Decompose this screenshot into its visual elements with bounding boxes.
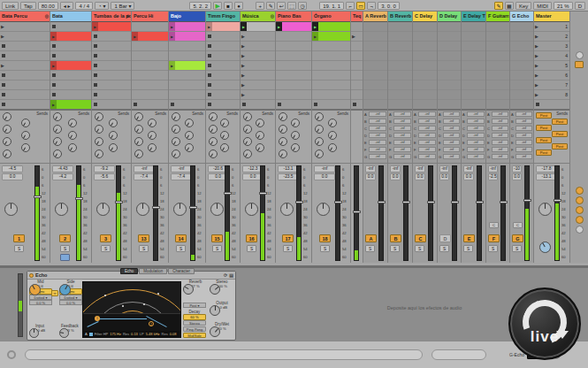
clip-slot[interactable]: [92, 71, 131, 80]
key-map-button[interactable]: Key: [515, 2, 531, 10]
peak-level-field[interactable]: -inf: [463, 165, 474, 172]
clip-slot[interactable]: [276, 32, 311, 42]
send-a-knob[interactable]: [279, 112, 287, 121]
arm-button[interactable]: [60, 254, 70, 261]
echo-mode-ping-pong[interactable]: Ping Pong: [183, 326, 206, 332]
clip-slot[interactable]: ▶: [241, 51, 275, 61]
solo-button[interactable]: S: [320, 245, 330, 252]
tab-echo[interactable]: Echo: [120, 268, 138, 274]
clip-launch-button[interactable]: ▶: [312, 32, 318, 41]
clip-stop-row-slot[interactable]: [363, 100, 387, 111]
link-button[interactable]: Link: [2, 2, 19, 10]
clip-stop-button[interactable]: [208, 93, 211, 96]
peak-level-field[interactable]: -inf: [134, 165, 155, 172]
clip-slot[interactable]: [413, 71, 437, 80]
track-header[interactable]: Tumbas de la po⊗: [92, 12, 131, 22]
clip-stop-button[interactable]: [52, 93, 56, 96]
clip-stop-row-slot[interactable]: [462, 100, 485, 111]
clip-slot[interactable]: [0, 51, 50, 61]
clip-slot[interactable]: [0, 90, 50, 100]
scene-slot[interactable]: ▶6: [534, 71, 569, 80]
send-value-field[interactable]: -inf: [418, 147, 436, 152]
send-value-field[interactable]: -inf: [418, 133, 436, 138]
clip-slot[interactable]: [206, 61, 240, 71]
send-f-knob[interactable]: [68, 143, 77, 152]
clip-slot[interactable]: [50, 80, 91, 90]
clip-slot[interactable]: [510, 51, 533, 61]
track-activator-button[interactable]: G: [512, 234, 523, 242]
nudge-buttons[interactable]: ◂ ▸: [60, 2, 74, 10]
volume-fader-lane[interactable]: [477, 165, 482, 261]
track-header[interactable]: Piano Bas: [276, 12, 311, 22]
send-d-knob[interactable]: [256, 131, 264, 140]
track-header[interactable]: Percu Hi: [132, 12, 168, 22]
track-header[interactable]: Timm Fingo: [206, 12, 240, 22]
clip-slot[interactable]: [413, 80, 437, 90]
clip-slot[interactable]: [462, 61, 485, 71]
clip-slot[interactable]: [413, 42, 437, 51]
send-g-knob[interactable]: [243, 150, 252, 158]
volume-value-field[interactable]: 0.0: [415, 173, 425, 180]
echo-offset-field[interactable]: 0.0 %: [29, 300, 52, 305]
hot-swap-icon[interactable]: ⟳: [224, 272, 227, 278]
send-b-knob[interactable]: [21, 119, 30, 127]
midi-map-button[interactable]: MIDI: [533, 2, 552, 10]
send-f-knob[interactable]: [21, 143, 30, 152]
volume-fader-lane[interactable]: [428, 165, 433, 261]
volume-fader-lane[interactable]: [554, 165, 560, 261]
clip-slot[interactable]: [486, 80, 509, 90]
clip-slot[interactable]: [462, 51, 485, 61]
clip-slot[interactable]: [388, 90, 412, 100]
clip-slot[interactable]: [413, 61, 437, 71]
clip-slot[interactable]: [351, 80, 363, 90]
clip-play-button[interactable]: ▶: [241, 34, 245, 39]
volume-fader-handle[interactable]: [476, 201, 484, 203]
clip-slot[interactable]: [132, 71, 168, 80]
echo-reverb-knob[interactable]: [183, 284, 194, 295]
save-preset-icon[interactable]: ▤: [229, 272, 233, 278]
scene-slot[interactable]: ▶1: [534, 22, 569, 32]
echo-mid-time-knob[interactable]: [29, 284, 41, 295]
clip-slot[interactable]: [351, 42, 363, 51]
volume-fader-handle[interactable]: [500, 201, 508, 203]
clip-slot[interactable]: [312, 90, 350, 100]
status-text-field[interactable]: [25, 349, 423, 360]
volume-fader-lane[interactable]: [378, 165, 384, 261]
send-c-knob[interactable]: [134, 125, 143, 134]
play-button[interactable]: ▶: [213, 2, 222, 10]
clip-slot[interactable]: [438, 61, 461, 71]
scene-slot[interactable]: ▶8: [534, 90, 569, 100]
send-value-field[interactable]: -inf: [443, 133, 460, 138]
clip-slot[interactable]: [413, 22, 437, 32]
clip-slot[interactable]: [206, 51, 240, 61]
peak-level-field[interactable]: -inf: [171, 165, 192, 172]
volume-fader-lane[interactable]: [116, 165, 121, 261]
volume-value-field[interactable]: 0.0: [439, 173, 449, 180]
arrangement-position-field[interactable]: 5. 2. 2: [189, 2, 211, 10]
send-value-field[interactable]: -inf: [393, 133, 411, 138]
clip-slot[interactable]: ▶: [241, 61, 275, 71]
clip-slot[interactable]: ▶: [92, 22, 131, 32]
track-activator-button[interactable]: E: [463, 234, 475, 242]
volume-fader-handle[interactable]: [259, 192, 267, 195]
metronome-toggle[interactable]: ◔ ▾: [95, 2, 109, 10]
clip-slot[interactable]: [312, 61, 350, 71]
pan-knob[interactable]: [317, 203, 330, 216]
clip-slot[interactable]: [363, 51, 387, 61]
echo-filter-display[interactable]: 1 2: [83, 313, 180, 331]
send-value-field[interactable]: -inf: [418, 111, 436, 117]
clip-slot[interactable]: ▶: [0, 61, 50, 71]
volume-fader-lane[interactable]: [260, 165, 265, 261]
clip-slot[interactable]: [438, 80, 461, 90]
echo-tunnel-display[interactable]: 1 2 A Filter HP175 Hz Res0.13 LP5.48 kHz…: [82, 281, 181, 338]
status-secondary-field[interactable]: [431, 349, 486, 360]
send-value-field[interactable]: -inf: [515, 119, 532, 124]
send-e-knob[interactable]: [3, 137, 11, 146]
clip-play-button[interactable]: ▶: [241, 54, 245, 58]
send-e-pre-post-toggle[interactable]: Post: [536, 137, 552, 143]
clip-slot[interactable]: [206, 71, 240, 80]
clip-stop-button[interactable]: [134, 103, 137, 106]
clip-slot[interactable]: [388, 51, 412, 61]
send-b-pre-post-toggle[interactable]: Post: [552, 119, 568, 125]
send-c-knob[interactable]: [279, 125, 287, 134]
